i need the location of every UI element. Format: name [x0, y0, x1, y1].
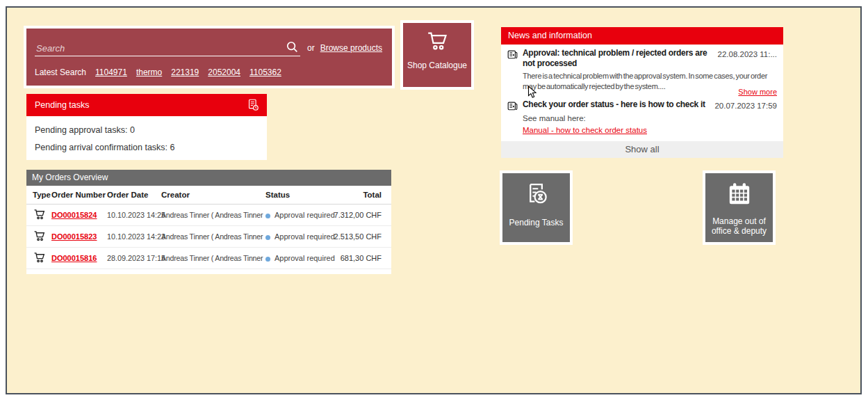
order-type-cart-icon [33, 208, 46, 222]
latest-search-link[interactable]: thermo [136, 67, 162, 77]
search-placeholder: Search [36, 43, 65, 54]
order-number-link[interactable]: DO00015823 [51, 232, 97, 241]
order-number-link[interactable]: DO00015816 [51, 254, 97, 262]
pending-arrival-count: Pending arrival confirmation tasks: 6 [35, 143, 174, 152]
order-creator: Andreas Tinner ( Andreas Tinner ) [161, 254, 264, 262]
search-icon[interactable] [286, 40, 299, 54]
orders-overview-panel: My Orders Overview Type Order Number Ord… [26, 170, 391, 274]
or-label: or [307, 43, 315, 56]
task-hourglass-icon [522, 180, 551, 212]
browse-products-link[interactable]: Browse products [320, 43, 382, 56]
news-item-date: 22.08.2023 11:... [718, 50, 777, 58]
news-item-body: See manual here: [523, 114, 586, 122]
latest-search-link[interactable]: 1105362 [249, 67, 281, 77]
news-item-title[interactable]: Check your order status - here is how to… [523, 99, 705, 110]
table-row: DO00015816 28.09.2023 17:15 Andreas Tinn… [26, 248, 391, 269]
orders-table-body: DO00015824 10.10.2023 14:25 Andreas Tinn… [26, 205, 391, 274]
order-type-cart-icon [33, 251, 46, 265]
order-date: 28.09.2023 17:15 [107, 254, 165, 262]
pending-tasks-tile-label: Pending Tasks [507, 218, 566, 227]
status-dot [265, 235, 270, 240]
table-row: DO00015823 10.10.2023 14:23 Andreas Tinn… [26, 226, 391, 248]
news-item-title[interactable]: Approval: technical problem / rejected o… [523, 48, 716, 69]
order-total: 681,30 CHF [322, 254, 382, 262]
latest-search-link[interactable]: 2052004 [208, 67, 240, 77]
order-total: 7.312,00 CHF [322, 211, 382, 219]
pending-approval-count: Pending approval tasks: 0 [35, 125, 135, 135]
order-type-cart-icon [33, 230, 46, 243]
news-panel-header: News and information [501, 27, 783, 45]
news-item: Approval: technical problem / rejected o… [501, 46, 783, 97]
news-item-date: 20.07.2023 17:59 [714, 102, 777, 110]
latest-search-link[interactable]: 1104971 [95, 67, 127, 77]
order-date: 10.10.2023 14:25 [107, 211, 165, 219]
search-panel: Search or Browse products Latest Search … [24, 26, 395, 88]
search-panel-inner: Search or Browse products Latest Search … [26, 29, 392, 86]
column-header-creator: Creator [161, 191, 190, 199]
manage-out-of-office-label: Manage out of office & deputy [705, 216, 773, 236]
shop-catalogue-label: Shop Catalogue [404, 61, 470, 70]
show-all-button[interactable]: Show all [501, 141, 783, 158]
news-panel: News and information Approval: technical… [501, 27, 783, 158]
order-creator: Andreas Tinner ( Andreas Tinner ) [161, 211, 264, 219]
latest-search-label: Latest Search [35, 67, 86, 77]
column-header-status: Status [265, 191, 290, 199]
column-header-type: Type [33, 191, 51, 199]
calendar-icon [726, 180, 753, 211]
column-header-total: Total [322, 191, 382, 199]
manual-link[interactable]: Manual - how to check order status [523, 126, 647, 134]
order-total: 2.513,50 CHF [322, 232, 382, 241]
table-row: DO00015824 10.10.2023 14:25 Andreas Tinn… [26, 205, 391, 226]
newspaper-icon [507, 100, 518, 115]
order-number-link[interactable]: DO00015824 [51, 211, 97, 219]
search-input[interactable]: Search [35, 35, 300, 56]
table-row-partial [26, 269, 391, 274]
order-creator: Andreas Tinner ( Andreas Tinner ) [161, 232, 264, 241]
manage-out-of-office-tile[interactable]: Manage out of office & deputy [703, 170, 776, 245]
shop-catalogue-tile[interactable]: Shop Catalogue [400, 20, 474, 90]
pending-tasks-header: Pending tasks [26, 94, 267, 116]
orders-overview-title: My Orders Overview [26, 170, 391, 186]
page: Search or Browse products Latest Search … [0, 0, 868, 400]
order-type-cart-icon [33, 273, 46, 274]
status-dot [265, 257, 270, 262]
pending-tasks-panel: Pending tasks Pending approval tasks: 0 … [26, 94, 267, 160]
column-header-order-date: Order Date [107, 191, 148, 199]
order-date: 10.10.2023 14:23 [107, 232, 165, 241]
status-dot [265, 214, 270, 218]
news-item: Check your order status - here is how to… [501, 97, 783, 141]
orders-table-header: Type Order Number Order Date Creator Sta… [26, 186, 391, 205]
pending-tasks-tile[interactable]: Pending Tasks [500, 170, 573, 245]
newspaper-icon [507, 49, 518, 63]
shopping-cart-icon [425, 30, 450, 55]
column-header-order-number: Order Number [51, 191, 106, 199]
show-more-link[interactable]: Show more [735, 88, 777, 96]
latest-search-link[interactable]: 221319 [171, 67, 199, 77]
content-frame: Search or Browse products Latest Search … [6, 6, 862, 394]
task-list-clock-icon [246, 98, 260, 115]
